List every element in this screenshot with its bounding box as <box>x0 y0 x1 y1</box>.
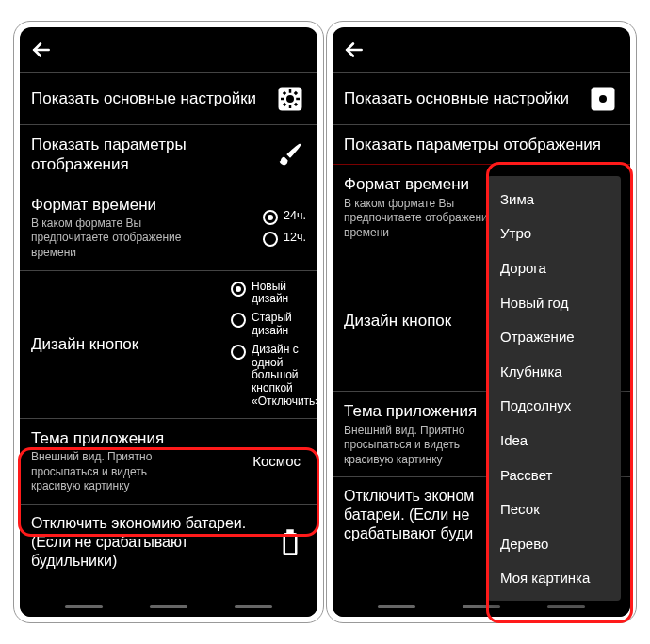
svg-rect-2 <box>289 89 292 93</box>
time-format-sub: В каком формате Вы предпочитаете отображ… <box>31 217 196 261</box>
row-display-params[interactable]: Показать параметры отображения <box>333 124 630 164</box>
android-navbar[interactable] <box>20 596 317 617</box>
app-theme-value: Космос <box>252 453 306 469</box>
row-display-params[interactable]: Показать параметры отображения <box>20 124 317 185</box>
radio-new-design[interactable]: Новый дизайн <box>231 281 306 307</box>
gear-icon <box>274 83 306 115</box>
radio-24h[interactable]: 24ч. <box>263 209 306 225</box>
svg-rect-5 <box>296 98 300 101</box>
brush-icon <box>274 138 306 170</box>
theme-option[interactable]: Idea <box>487 423 621 458</box>
button-design-title: Дизайн кнопок <box>31 334 223 354</box>
theme-dropdown[interactable]: ЗимаУтроДорогаНовый годОтражениеКлубника… <box>487 176 621 601</box>
theme-option[interactable]: Дорога <box>487 250 621 285</box>
theme-option[interactable]: Новый год <box>487 285 621 320</box>
svg-point-13 <box>599 95 607 103</box>
theme-option[interactable]: Клубника <box>487 354 621 389</box>
theme-option[interactable]: Утро <box>487 217 621 251</box>
battery-title: Отключить экономию батареи. (Если не сра… <box>31 514 267 571</box>
row-battery[interactable]: Отключить экономию батареи. (Если не сра… <box>20 504 317 580</box>
display-params-title: Показать параметры отображения <box>31 135 267 175</box>
row-basic-settings[interactable]: Показать основные настройки <box>333 72 630 124</box>
gear-icon <box>587 83 619 115</box>
svg-point-1 <box>286 95 294 103</box>
radio-12h[interactable]: 12ч. <box>263 231 306 247</box>
theme-option[interactable]: Подсолнух <box>487 389 621 424</box>
battery-icon <box>274 526 306 558</box>
theme-option[interactable]: Рассвет <box>487 458 621 492</box>
theme-option[interactable]: Отражение <box>487 319 621 354</box>
theme-option[interactable]: Моя картинка <box>487 561 621 596</box>
back-icon[interactable] <box>342 38 366 66</box>
basic-settings-title: Показать основные настройки <box>31 89 267 108</box>
svg-rect-3 <box>289 105 292 108</box>
time-format-title: Формат времени <box>31 195 255 215</box>
theme-option[interactable]: Дерево <box>487 526 621 561</box>
appbar <box>333 31 630 72</box>
theme-option[interactable]: Зима <box>487 182 621 217</box>
svg-rect-4 <box>281 98 284 101</box>
app-theme-title: Тема приложения <box>31 428 245 448</box>
svg-rect-10 <box>284 534 297 554</box>
radio-old-design[interactable]: Старый дизайн <box>231 312 306 338</box>
back-icon[interactable] <box>29 38 54 66</box>
radio-big-button[interactable]: Дизайн с одной большой кнопкой «Отключит… <box>231 344 306 409</box>
row-basic-settings[interactable]: Показать основные настройки <box>20 72 317 124</box>
row-time-format[interactable]: Формат времени В каком формате Вы предпо… <box>20 185 317 270</box>
appbar <box>20 31 317 72</box>
svg-rect-11 <box>288 530 293 534</box>
theme-option[interactable]: Песок <box>487 491 621 526</box>
app-theme-sub: Внешний вид. Приятно просыпаться и видет… <box>31 450 196 494</box>
row-button-design[interactable]: Дизайн кнопок Новый дизайн Старый дизайн… <box>20 270 317 418</box>
row-app-theme[interactable]: Тема приложения Внешний вид. Приятно про… <box>20 418 317 504</box>
